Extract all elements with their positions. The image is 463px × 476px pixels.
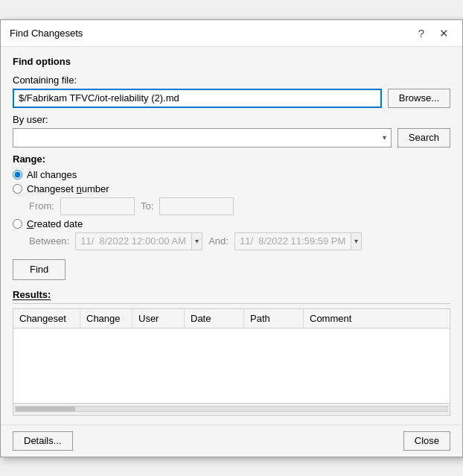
close-x-button[interactable]: ✕ (435, 26, 453, 40)
all-changes-label: All changes (27, 169, 77, 180)
results-label: Results: (13, 289, 450, 304)
find-button[interactable]: Find (13, 259, 66, 280)
col-changeset: Changeset (13, 309, 80, 328)
find-changesets-dialog: Find Changesets ? ✕ Find options Contain… (0, 19, 463, 457)
and-date-combo[interactable]: ▾ (234, 232, 362, 250)
scrollbar-track[interactable] (15, 406, 448, 412)
created-date-row: Created date (13, 218, 450, 229)
between-date-input[interactable] (76, 234, 191, 248)
range-label: Range: (13, 153, 450, 165)
all-changes-radio[interactable] (13, 170, 22, 180)
browse-button[interactable]: Browse... (388, 89, 450, 108)
between-date-picker-btn[interactable]: ▾ (191, 233, 202, 250)
dialog-body: Find options Containing file: Browse... … (1, 47, 462, 425)
scrollbar-row (13, 403, 450, 415)
between-label: Between: (29, 235, 69, 247)
between-date-combo[interactable]: ▾ (75, 232, 202, 250)
by-user-input-row: ▾ Search (13, 128, 450, 147)
changeset-number-label: Changeset number (27, 183, 109, 194)
date-input-row: Between: ▾ And: ▾ (29, 232, 450, 250)
containing-file-row: Containing file: Browse... (13, 74, 450, 108)
col-date: Date (185, 309, 244, 328)
by-user-label: By user: (13, 114, 450, 125)
created-date-label: Created date (27, 218, 83, 229)
by-user-dropdown-arrow[interactable]: ▾ (378, 133, 391, 142)
close-button[interactable]: Close (403, 431, 450, 451)
help-button[interactable]: ? (414, 26, 429, 40)
and-label: And: (208, 235, 229, 247)
results-header: Changeset Change User Date Path Comment (13, 309, 450, 329)
to-label: To: (141, 200, 153, 212)
col-change: Change (80, 309, 132, 328)
col-user: User (132, 309, 185, 328)
find-btn-row: Find (13, 259, 450, 280)
by-user-row: By user: ▾ Search (13, 114, 450, 147)
search-button[interactable]: Search (397, 128, 450, 147)
containing-file-input-row: Browse... (13, 89, 450, 108)
by-user-input[interactable] (13, 129, 378, 146)
from-label: From: (29, 200, 54, 212)
dialog-footer: Details... Close (1, 425, 462, 457)
all-changes-row: All changes (13, 169, 450, 180)
by-user-combo[interactable]: ▾ (13, 128, 392, 147)
results-table: Changeset Change User Date Path Comment (13, 308, 450, 416)
created-date-radio[interactable] (13, 219, 22, 229)
col-path: Path (244, 309, 304, 328)
title-bar: Find Changesets ? ✕ (1, 20, 462, 47)
details-button[interactable]: Details... (13, 431, 73, 451)
changeset-number-radio[interactable] (13, 184, 22, 194)
title-bar-actions: ? ✕ (414, 26, 453, 40)
col-comment: Comment (304, 309, 450, 328)
changeset-number-sub: From: To: (29, 197, 450, 215)
containing-file-label: Containing file: (13, 74, 450, 86)
scrollbar-thumb[interactable] (16, 407, 75, 411)
dialog-title: Find Changesets (10, 28, 83, 39)
to-input[interactable] (159, 197, 234, 215)
changeset-number-row: Changeset number (13, 183, 450, 194)
from-input[interactable] (60, 197, 135, 215)
range-section: Range: All changes Changeset number From… (13, 153, 450, 250)
and-date-picker-btn[interactable]: ▾ (351, 233, 361, 250)
find-options-label: Find options (13, 56, 450, 67)
and-date-input[interactable] (235, 234, 351, 248)
results-body (13, 329, 450, 403)
containing-file-input[interactable] (13, 89, 382, 108)
